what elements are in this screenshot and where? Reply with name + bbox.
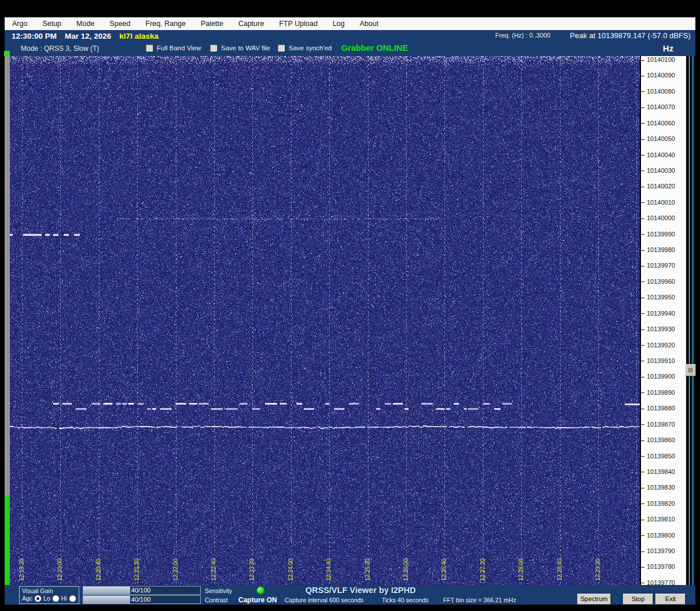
freq-label-10139980: 10139980: [647, 246, 675, 253]
callsign-label: kl7l alaska: [119, 32, 159, 40]
current-time: 12:30:00 PM: [12, 32, 57, 40]
freq-tick: [641, 440, 644, 441]
freq-label-10140090: 10140090: [647, 72, 675, 79]
freq-tick: [641, 250, 644, 251]
freq-label-10140080: 10140080: [647, 88, 675, 95]
peak-readout: Peak at 10139879.147 (-57.0 dBFS): [570, 31, 691, 40]
freq-label-10139790: 10139790: [647, 547, 675, 554]
status-bar: Visual Gain AgcLoHi 40/100 40/100 Sensit…: [5, 585, 695, 605]
freq-tick: [641, 282, 644, 282]
freq-label-10140070: 10140070: [647, 103, 675, 110]
freq-label-10140050: 10140050: [647, 135, 675, 142]
checkbox-save-to-wav-file[interactable]: [210, 45, 217, 51]
freq-label-10139920: 10139920: [647, 342, 675, 349]
freq-tick: [641, 123, 644, 124]
freq-tick: [641, 329, 644, 330]
freq-tick: [641, 139, 644, 140]
sensitivity-value: 40/100: [131, 587, 151, 594]
menu-item-speed[interactable]: Speed: [102, 17, 138, 30]
checkbox-full-band-view[interactable]: [146, 45, 153, 51]
freq-label-10139840: 10139840: [647, 468, 675, 475]
exit-button[interactable]: Exit: [655, 594, 686, 605]
sensitivity-label: Sensitivity: [205, 587, 232, 594]
menu-item-capture[interactable]: Capture: [231, 17, 271, 30]
stop-button[interactable]: Stop: [623, 594, 653, 605]
checkbox-group-save-to-wav-file: Save to WAV file: [210, 45, 270, 51]
visual-gain-group: Visual Gain AgcLoHi: [19, 586, 79, 604]
menu-bar: ArgoSetupModeSpeedFreq. RangePaletteCapt…: [5, 17, 695, 30]
freq-tick: [641, 503, 644, 504]
menu-item-palette[interactable]: Palette: [193, 17, 231, 30]
freq-label-10139860: 10139860: [647, 436, 675, 443]
freq-tick: [641, 219, 644, 219]
freq-label-10140000: 10140000: [647, 214, 675, 221]
freq-offset-scrollbar[interactable]: [687, 56, 695, 585]
menu-item-mode[interactable]: Mode: [69, 17, 102, 30]
freq-label-10139890: 10139890: [647, 389, 675, 396]
radio-lo[interactable]: [53, 595, 59, 602]
freq-tick: [641, 76, 644, 76]
freq-tick: [641, 171, 644, 171]
radio-label-hi: Hi: [61, 595, 67, 602]
current-date: Mar 12, 2026: [65, 32, 111, 40]
sensitivity-slider[interactable]: 40/100: [83, 586, 201, 595]
freq-tick: [641, 392, 644, 393]
capture-interval-label: Capture interval 600 seconds: [285, 597, 364, 603]
radio-agc[interactable]: [35, 595, 41, 602]
freq-label-10139780: 10139780: [647, 563, 675, 570]
scrollbar-track-line2: [692, 56, 694, 585]
freq-label-10139950: 10139950: [647, 294, 675, 301]
contrast-label: Contrast: [205, 597, 228, 603]
freq-label-10139970: 10139970: [647, 262, 675, 269]
menu-item-about[interactable]: About: [352, 17, 386, 30]
contrast-slider[interactable]: 40/100: [83, 595, 201, 604]
freq-tick: [641, 108, 644, 108]
freq-tick: [641, 472, 644, 472]
menu-item-setup[interactable]: Setup: [35, 17, 69, 30]
freq-span-label: Freq. (Hz) : 0..3000: [495, 32, 550, 39]
title-bar: 12:30:00 PMMar 12, 2026kl7l alaska Freq.…: [5, 30, 695, 42]
freq-label-10139930: 10139930: [647, 325, 675, 332]
freq-tick: [641, 91, 644, 92]
spectrum-button[interactable]: Spectrum: [577, 594, 611, 605]
freq-label-10140010: 10140010: [647, 199, 675, 206]
checkbox-save-synch-ed[interactable]: [278, 45, 285, 51]
freq-tick: [641, 60, 644, 61]
scale-unit-label: Hz: [646, 43, 691, 53]
app-title: QRSS/VLF Viewer by I2PHD: [305, 586, 416, 595]
freq-label-10140100: 10140100: [647, 56, 675, 63]
freq-label-10140060: 10140060: [647, 120, 675, 127]
radio-hi[interactable]: [69, 595, 76, 602]
menu-item-log[interactable]: Log: [325, 17, 352, 30]
freq-label-10139850: 10139850: [647, 453, 675, 460]
freq-tick: [641, 424, 644, 425]
freq-label-10139940: 10139940: [647, 310, 675, 317]
freq-tick: [641, 298, 644, 298]
menu-item-freq-range[interactable]: Freq. Range: [138, 17, 193, 30]
radio-label-lo: Lo: [43, 595, 50, 602]
freq-label-10139820: 10139820: [647, 500, 675, 507]
freq-tick: [641, 567, 644, 568]
freq-label-10139900: 10139900: [647, 373, 675, 380]
freq-tick: [641, 345, 644, 346]
freq-tick: [641, 583, 644, 583]
freq-label-10139800: 10139800: [647, 532, 675, 539]
scrollbar-thumb[interactable]: [685, 364, 696, 376]
capture-progress-fill: [5, 496, 10, 585]
capture-progress-marker: [4, 51, 10, 56]
visual-gain-title: Visual Gain: [22, 587, 53, 594]
checkbox-label-save-synch-ed: Save synch'ed: [289, 45, 331, 51]
freq-label-10140030: 10140030: [647, 167, 675, 174]
freq-label-10139830: 10139830: [647, 484, 675, 491]
checkbox-label-full-band-view: Full Band View: [157, 45, 201, 51]
ticks-label: Ticks 40 seconds: [382, 597, 429, 603]
freq-tick: [641, 377, 644, 377]
clock-area: 12:30:00 PMMar 12, 2026kl7l alaska: [12, 30, 159, 42]
grabber-status: Grabber ONLINE: [341, 43, 408, 53]
waterfall-display[interactable]: [10, 56, 640, 585]
checkbox-group-save-synch-ed: Save synch'ed: [278, 45, 331, 51]
menu-item-ftp-upload[interactable]: FTP Upload: [271, 17, 325, 30]
menu-item-argo[interactable]: Argo: [5, 17, 35, 30]
frequency-scale: 1014010010140090101400801014007010140060…: [641, 56, 686, 585]
freq-label-10139960: 10139960: [647, 278, 675, 285]
